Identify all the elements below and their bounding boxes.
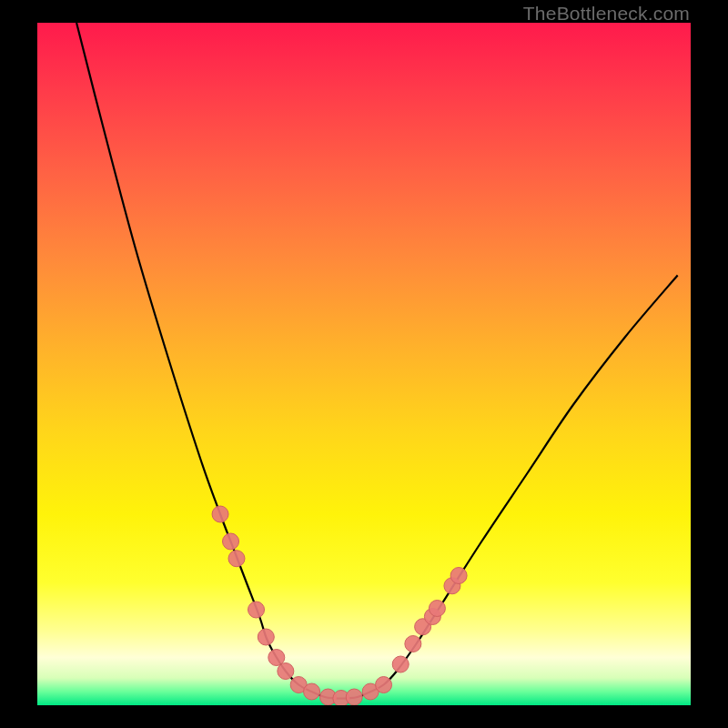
data-marker bbox=[450, 568, 467, 584]
data-marker bbox=[228, 551, 245, 567]
data-marker bbox=[376, 677, 392, 693]
data-marker bbox=[392, 656, 409, 672]
data-marker bbox=[429, 601, 445, 617]
data-marker bbox=[405, 636, 421, 652]
data-marker bbox=[304, 683, 320, 700]
data-marker bbox=[346, 689, 362, 705]
data-markers bbox=[212, 506, 467, 705]
chart-svg bbox=[37, 23, 691, 705]
data-marker bbox=[278, 663, 294, 680]
data-marker bbox=[258, 629, 274, 645]
plot-area bbox=[37, 23, 691, 705]
data-marker bbox=[223, 533, 239, 550]
watermark-text: TheBottleneck.com bbox=[523, 3, 690, 25]
chart-frame: TheBottleneck.com bbox=[0, 0, 728, 728]
data-marker bbox=[248, 602, 265, 618]
data-marker bbox=[212, 506, 228, 522]
bottleneck-curve bbox=[76, 23, 678, 699]
